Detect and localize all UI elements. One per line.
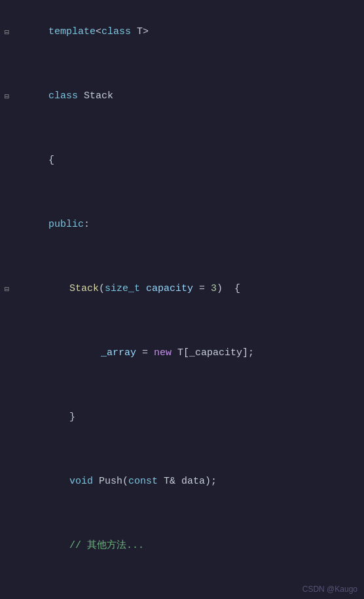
line-content-8: void Push(const T& data); [10, 450, 364, 513]
line-content-6: _array = new T[_capacity]; [10, 322, 364, 385]
line-content-4: public: [10, 193, 364, 256]
code-line-4: public: [0, 193, 364, 257]
code-line-2: ⊟ class Stack [0, 64, 364, 128]
code-line-3: { [0, 128, 364, 193]
line-content-9: // 其他方法... [10, 514, 364, 577]
line-content-3: { [10, 129, 364, 192]
line-content-7: } [10, 386, 364, 449]
line-content-2: class Stack [10, 65, 364, 128]
watermark: CSDN @Kaugo [302, 585, 357, 594]
code-line-7: } [0, 385, 364, 450]
code-line-8: void Push(const T& data); [0, 450, 364, 514]
gutter-1: ⊟ [0, 28, 10, 37]
code-line-9: // 其他方法... [0, 514, 364, 578]
code-editor: ⊟ template<class T> ⊟ class Stack { publ… [0, 0, 364, 599]
code-line-5: ⊟ Stack(size_t capacity = 3) { [0, 257, 364, 321]
gutter-5: ⊟ [0, 284, 10, 294]
code-line-1: ⊟ template<class T> [0, 0, 364, 64]
gutter-2: ⊟ [0, 92, 10, 102]
line-content-1: template<class T> [10, 1, 364, 64]
line-content-5: Stack(size_t capacity = 3) { [10, 258, 364, 320]
code-line-6: _array = new T[_capacity]; [0, 321, 364, 385]
